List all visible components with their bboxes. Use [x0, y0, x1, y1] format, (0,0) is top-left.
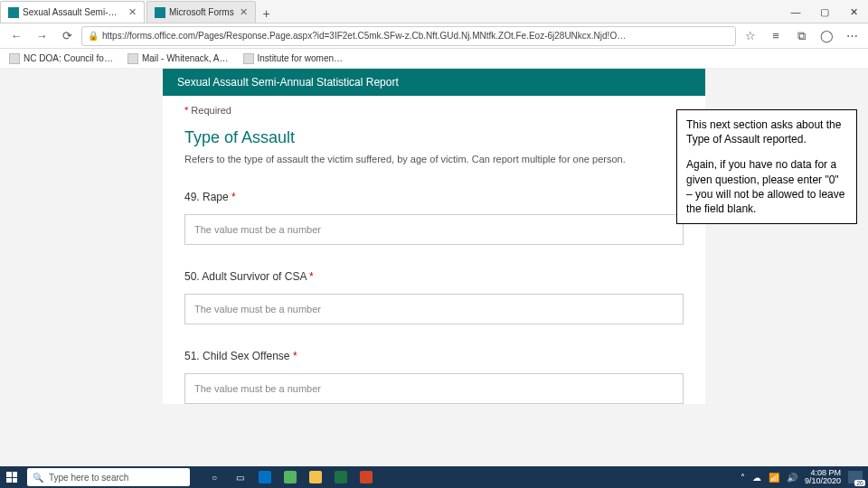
bookmark-label: Institute for women… — [258, 53, 343, 63]
minimize-button[interactable]: — — [781, 1, 810, 23]
bookmark-icon — [9, 53, 20, 64]
tab-label: Sexual Assault Semi-Annual Stati — [23, 7, 123, 17]
callout-text: Again, if you have no data for a given q… — [686, 157, 847, 216]
required-note: * Required — [184, 105, 684, 116]
url-text: https://forms.office.com/Pages/Response.… — [102, 31, 626, 41]
bookmark-item[interactable]: NC DOA: Council fo… — [9, 53, 113, 64]
onedrive-icon[interactable]: ☁ — [752, 473, 761, 483]
tab-inactive[interactable]: Microsoft Forms ✕ — [146, 1, 256, 23]
start-button[interactable] — [0, 466, 24, 488]
asterisk: * — [309, 270, 314, 283]
asterisk: * — [231, 191, 236, 203]
tray-overflow-icon[interactable]: ˄ — [741, 473, 745, 483]
favorites-icon[interactable]: ≡ — [765, 25, 787, 47]
question-block: 50. Adult Survivor of CSA * The value mu… — [184, 270, 684, 324]
taskbar-search[interactable]: 🔍 Type here to search — [27, 468, 190, 486]
new-tab-button[interactable]: + — [258, 5, 276, 23]
extensions-icon[interactable]: ⧉ — [790, 25, 812, 47]
asterisk: * — [293, 350, 297, 362]
volume-icon[interactable]: 🔊 — [787, 473, 797, 483]
tab-bar: Sexual Assault Semi-Annual Stati ✕ Micro… — [0, 0, 868, 23]
number-input[interactable]: The value must be a number — [184, 294, 684, 324]
question-text: Child Sex Offense — [203, 350, 290, 362]
excel-app[interactable] — [329, 466, 353, 488]
question-block: 49. Rape * The value must be a number — [184, 191, 684, 245]
close-window-button[interactable]: ✕ — [839, 1, 868, 23]
search-placeholder: Type here to search — [49, 473, 128, 483]
profile-icon[interactable]: ◯ — [816, 25, 837, 47]
lock-icon: 🔒 — [88, 31, 99, 41]
notifications-button[interactable]: 26 — [848, 471, 863, 483]
question-text: Rape — [203, 191, 229, 203]
notification-count: 26 — [854, 480, 865, 486]
form-title: Sexual Assault Semi-Annual Statistical R… — [163, 69, 705, 96]
bookmarks-bar: NC DOA: Council fo… Mail - Whitenack, A…… — [0, 49, 868, 69]
windows-icon — [6, 472, 17, 483]
more-icon[interactable]: ⋯ — [841, 25, 863, 47]
maximize-button[interactable]: ▢ — [810, 1, 839, 23]
clock[interactable]: 4:08 PM 9/10/2020 — [805, 469, 841, 485]
bookmark-item[interactable]: Mail - Whitenack, A… — [127, 53, 229, 64]
taskbar-apps: ○ ▭ — [203, 466, 378, 488]
form-card: Sexual Assault Semi-Annual Statistical R… — [163, 69, 705, 404]
outlook-app[interactable] — [253, 466, 277, 488]
bookmark-label: NC DOA: Council fo… — [24, 53, 113, 63]
bookmark-item[interactable]: Institute for women… — [243, 53, 343, 64]
close-icon[interactable]: ✕ — [240, 6, 248, 18]
page-content: Sexual Assault Semi-Annual Statistical R… — [0, 69, 868, 466]
question-number: 51. — [184, 350, 200, 362]
callout-text: This next section asks about the Type of… — [686, 117, 847, 146]
tab-label: Microsoft Forms — [169, 7, 234, 17]
question-number: 50. — [184, 270, 200, 283]
number-input[interactable]: The value must be a number — [184, 373, 684, 404]
search-icon: 🔍 — [33, 473, 43, 483]
required-label: Required — [191, 105, 231, 116]
window-controls: — ▢ ✕ — [781, 1, 868, 23]
question-label: 49. Rape * — [184, 191, 684, 203]
nav-bar: ← → ⟳ 🔒 https://forms.office.com/Pages/R… — [0, 23, 868, 49]
star-icon[interactable]: ☆ — [740, 25, 761, 47]
address-bar[interactable]: 🔒 https://forms.office.com/Pages/Respons… — [81, 26, 736, 46]
forms-icon — [155, 7, 165, 18]
annotation-callout: This next section asks about the Type of… — [676, 109, 857, 224]
powerpoint-icon — [360, 471, 373, 483]
edge-icon — [284, 471, 297, 483]
browser-window: Sexual Assault Semi-Annual Stati ✕ Micro… — [0, 0, 868, 466]
bookmark-label: Mail - Whitenack, A… — [142, 53, 229, 63]
question-label: 50. Adult Survivor of CSA * — [184, 270, 684, 283]
clock-date: 9/10/2020 — [805, 477, 841, 485]
cortana-button[interactable]: ○ — [203, 466, 226, 488]
explorer-app[interactable] — [304, 466, 327, 488]
task-view-button[interactable]: ▭ — [228, 466, 251, 488]
bookmark-icon — [243, 53, 254, 64]
question-text: Adult Survivor of CSA — [202, 270, 306, 283]
edge-app[interactable] — [278, 466, 302, 488]
taskbar: 🔍 Type here to search ○ ▭ ˄ ☁ 📶 🔊 4:08 P… — [0, 466, 868, 488]
form-body: * Required Type of Assault Refers to the… — [163, 96, 705, 404]
system-tray: ˄ ☁ 📶 🔊 4:08 PM 9/10/2020 26 — [735, 469, 868, 485]
asterisk: * — [184, 105, 188, 116]
reload-button[interactable]: ⟳ — [56, 25, 78, 47]
question-number: 49. — [184, 191, 200, 203]
network-icon[interactable]: 📶 — [769, 473, 779, 483]
close-icon[interactable]: ✕ — [128, 6, 137, 18]
back-button[interactable]: ← — [5, 25, 27, 47]
question-label: 51. Child Sex Offense * — [184, 350, 684, 362]
number-input[interactable]: The value must be a number — [184, 214, 684, 245]
question-block: 51. Child Sex Offense * The value must b… — [184, 350, 684, 404]
outlook-icon — [259, 471, 271, 483]
excel-icon — [335, 471, 347, 483]
powerpoint-app[interactable] — [354, 466, 378, 488]
folder-icon — [309, 471, 322, 483]
section-title: Type of Assault — [184, 128, 684, 147]
forward-button[interactable]: → — [31, 25, 52, 47]
tab-active[interactable]: Sexual Assault Semi-Annual Stati ✕ — [0, 1, 145, 23]
section-description: Refers to the type of assault the victim… — [184, 153, 684, 165]
bookmark-icon — [127, 53, 138, 64]
forms-icon — [8, 7, 19, 18]
